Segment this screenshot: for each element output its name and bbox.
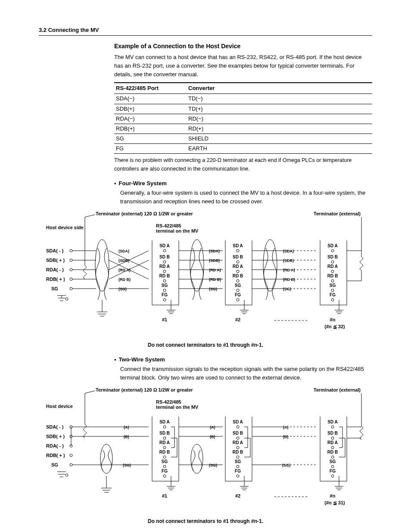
svg-point-105 [331,261,334,263]
svg-text:RD  B: RD B [233,450,243,454]
svg-text:RDA( - ): RDA( - ) [46,267,64,272]
svg-point-231 [331,475,334,477]
svg-text:RS-422/485
    terminal on the: RS-422/485 terminal on the MV [156,223,199,233]
svg-text:(B): (B) [210,435,215,439]
svg-text:#2: #2 [235,493,240,498]
svg-text:(A): (A) [283,425,289,429]
svg-text:RD  A: RD A [159,264,170,269]
svg-text:SD  A: SD A [159,243,170,248]
svg-text:RD  A: RD A [233,264,243,269]
table-row: FGEARTH [114,144,372,154]
svg-text:FG: FG [162,469,168,473]
svg-text:RD  A: RD A [327,264,338,269]
svg-text:(#n ≦ 31): (#n ≦ 31) [324,500,345,505]
svg-point-43 [163,261,166,263]
svg-text:(A): (A) [210,425,215,429]
four-wire-heading: •Four-Wire System [114,179,372,188]
svg-text:FG: FG [235,292,241,297]
svg-point-113 [331,299,334,301]
svg-text:(SDB): (SDB) [209,258,220,263]
svg-text:#n: #n [330,317,336,322]
svg-text:(B): (B) [124,435,129,439]
svg-text:SDA( - ): SDA( - ) [46,248,64,253]
svg-point-47 [163,280,166,282]
svg-text:(RD B): (RD B) [283,277,295,282]
svg-point-149 [65,474,68,476]
svg-text:RD  B: RD B [159,274,170,278]
svg-text:FG: FG [235,469,241,473]
svg-point-143 [70,464,72,466]
two-wire-note: Do not connect terminators to #1 through… [39,517,372,526]
svg-point-11 [70,268,72,271]
svg-point-49 [163,289,166,292]
svg-text:SG: SG [330,459,336,464]
svg-text:RDB( + ): RDB( + ) [46,277,65,282]
four-wire-note: Do not connect terminators to #1 through… [39,341,372,349]
svg-point-198 [237,475,239,477]
svg-text:SD  A: SD A [233,243,243,248]
svg-text:SD  A: SD A [233,420,243,424]
svg-text:SD  A: SD A [327,420,338,424]
svg-text:Terminator (external): Terminator (external) [314,387,361,392]
svg-text:SD  B: SD B [233,255,243,259]
svg-line-1 [85,215,95,217]
svg-text:(RD B): (RD B) [209,277,221,282]
svg-text:SG: SG [235,283,241,288]
svg-text:SD  B: SD B [327,255,338,259]
svg-point-141 [70,454,72,457]
svg-point-221 [331,426,334,428]
svg-text:Terminator (external) 120 Ω 1/: Terminator (external) 120 Ω 1/2W or grea… [96,211,193,216]
svg-text:SD  B: SD B [159,431,170,436]
svg-point-227 [331,456,334,458]
svg-point-111 [331,289,334,292]
svg-point-69 [237,249,239,252]
header-rule [39,35,372,36]
converter-table: RS-422/485 Port Converter SDA(−)TD(−) SD… [114,82,372,154]
svg-text:#1: #1 [162,493,167,498]
svg-point-15 [70,287,72,290]
svg-text:#n: #n [330,493,336,498]
svg-text:SG: SG [235,459,241,464]
svg-point-225 [331,446,334,449]
svg-text:(SG): (SG) [118,287,127,291]
svg-text:FG: FG [330,292,336,297]
svg-point-109 [331,280,334,282]
svg-point-164 [163,456,166,458]
svg-text:SDB( + ): SDB( + ) [46,434,65,439]
svg-text:RD  B: RD B [327,450,338,454]
intro-paragraph: The MV can connect to a host device that… [114,53,372,79]
svg-text:SD  B: SD B [327,431,338,436]
svg-text:SD  B: SD B [159,255,170,259]
svg-text:RD  B: RD B [327,274,338,278]
svg-text:SDA( - ): SDA( - ) [46,424,64,429]
svg-point-71 [237,261,239,263]
svg-text:Terminator (external) 120 Ω 1/: Terminator (external) 120 Ω 1/2W or grea… [96,387,193,392]
two-wire-paragraph: Connect the transmission signals to the … [120,365,372,382]
svg-text:(SDA): (SDA) [209,249,220,253]
svg-text:RDA( - ): RDA( - ) [46,443,64,448]
svg-text:Host device side: Host device side [46,225,84,230]
svg-text:(SDB): (SDB) [118,258,129,263]
svg-text:(SDB): (SDB) [283,258,294,263]
svg-text:(A): (A) [124,425,129,429]
svg-text:FG: FG [330,469,336,473]
table-row: SDB(+)TD(+) [114,104,372,114]
svg-point-194 [237,456,239,458]
svg-text:RD  A: RD A [327,440,338,445]
svg-point-166 [163,465,166,468]
svg-point-45 [163,270,166,273]
svg-point-57 [190,240,204,291]
table-row: RDB(+)RD(+) [114,124,372,134]
svg-point-73 [237,270,239,273]
terminator-note: There is no problem with connecting a 22… [114,156,372,173]
svg-point-85 [263,240,277,291]
svg-text:(SG): (SG) [283,287,291,291]
svg-point-75 [237,280,239,282]
svg-text:(SG): (SG) [209,463,217,467]
svg-text:(SDA): (SDA) [283,249,294,253]
table-header-converter: Converter [187,83,372,94]
svg-text:RDB( + ): RDB( + ) [46,453,65,458]
svg-text:(RD A): (RD A) [283,268,295,272]
svg-point-7 [70,249,72,252]
svg-text:#1: #1 [162,317,167,322]
